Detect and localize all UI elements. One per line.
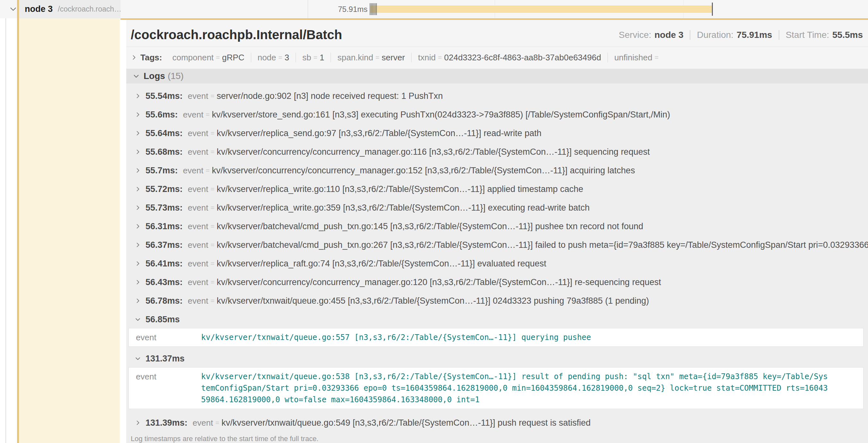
equals-sign: = — [438, 54, 442, 61]
chevron-down-icon[interactable] — [9, 5, 17, 13]
log-field-key: event — [129, 371, 201, 405]
chevron-right-icon — [134, 223, 141, 230]
log-timestamp: 55.73ms: — [146, 203, 183, 213]
log-message: kv/kvserver/replica_raft.go:74 [n3,s3,r6… — [217, 259, 868, 269]
log-entry-row[interactable]: 55.7ms:event=kv/kvserver/concurrency/con… — [126, 161, 868, 180]
log-timestamp: 55.68ms: — [146, 147, 183, 157]
equals-sign: = — [210, 241, 214, 249]
service-name: node 3 — [25, 4, 53, 14]
log-timestamp: 56.43ms: — [146, 277, 183, 287]
tag-item-txnid: txnid=024d3323-6c8f-4863-aa8b-37ab0e6349… — [411, 53, 608, 62]
log-entry-row[interactable]: 55.54ms:event=server/node.go:902 [n3] no… — [126, 87, 868, 105]
equals-sign: = — [210, 92, 214, 100]
equals-sign: = — [210, 223, 214, 230]
log-message: kv/kvserver/store_send.go:161 [n3,s3] ex… — [212, 110, 868, 120]
tag-key: component — [172, 53, 214, 63]
chevron-right-icon — [134, 204, 141, 211]
log-entry-row[interactable]: 56.37ms:event=kv/kvserver/batcheval/cmd_… — [126, 236, 868, 254]
log-entry-row[interactable]: 55.72ms:event=kv/kvserver/replica_write.… — [126, 180, 868, 198]
chevron-right-icon — [134, 260, 141, 267]
tag-item-unfinished: unfinished= — [608, 53, 667, 62]
tag-value: 1 — [320, 53, 324, 63]
meta-divider — [690, 30, 690, 40]
equals-sign: = — [206, 111, 210, 118]
tags-accordion[interactable]: Tags: component=gRPCnode=3sb=1span.kind=… — [126, 52, 868, 64]
equals-sign: = — [210, 204, 214, 211]
log-message: kv/kvserver/replica_write.go:110 [n3,s3,… — [217, 184, 868, 194]
span-detail-panel: /cockroach.roachpb.Internal/Batch Servic… — [126, 20, 868, 443]
log-timestamp: 55.54ms: — [146, 91, 183, 101]
log-entry-row[interactable]: 55.64ms:event=kv/kvserver/replica_send.g… — [126, 124, 868, 142]
log-timestamp: 55.7ms: — [146, 166, 178, 176]
log-message: kv/kvserver/replica_send.go:97 [n3,s3,r6… — [217, 128, 868, 138]
chevron-right-icon — [134, 93, 141, 99]
tag-key: sb — [302, 53, 311, 63]
log-message: kv/kvserver/batcheval/cmd_push_txn.go:14… — [217, 222, 868, 232]
log-entry-row[interactable]: 56.78ms:event=kv/kvserver/txnwait/queue.… — [126, 292, 868, 310]
log-field-key: event — [183, 110, 204, 120]
tag-value: 024d3323-6c8f-4863-aa8b-37ab0e63496d — [444, 53, 601, 63]
log-timestamp: 56.78ms: — [146, 296, 183, 306]
service-value: node 3 — [654, 30, 683, 40]
log-message: kv/kvserver/replica_write.go:359 [n3,s3,… — [217, 203, 868, 213]
log-field-key: event — [188, 277, 209, 287]
log-field-key: event — [183, 166, 204, 176]
equals-sign: = — [216, 54, 220, 61]
meta-divider — [779, 30, 779, 40]
tag-item-sb: sb=1 — [296, 53, 331, 62]
span-detail-header: /cockroach.roachpb.Internal/Batch Servic… — [126, 20, 868, 42]
tag-item-component: component=gRPC — [166, 53, 251, 62]
log-timestamp: 56.41ms: — [146, 259, 183, 269]
log-entry-detail-box: eventkv/kvserver/txnwait/queue.go:538 [n… — [128, 367, 864, 409]
tag-item-span.kind: span.kind=server — [331, 53, 411, 62]
log-entry-expanded-header[interactable]: 131.37ms — [126, 351, 868, 366]
log-timestamp: 131.37ms — [146, 354, 185, 364]
log-entry-row[interactable]: 55.6ms:event=kv/kvserver/store_send.go:1… — [126, 105, 868, 124]
tag-key: node — [258, 53, 276, 63]
log-entry-expanded-header[interactable]: 56.85ms — [126, 312, 868, 327]
tags-label: Tags: — [141, 53, 162, 63]
log-entry-row[interactable]: 131.39ms:event=kv/kvserver/txnwait/queue… — [126, 413, 868, 432]
log-entry-row[interactable]: 56.41ms:event=kv/kvserver/replica_raft.g… — [126, 254, 868, 273]
chevron-right-icon — [134, 186, 141, 192]
log-message: server/node.go:902 [n3] node received re… — [217, 91, 868, 101]
log-field-key: event — [188, 240, 209, 250]
log-field-key: event — [129, 332, 201, 343]
log-entry-row[interactable]: 56.43ms:event=kv/kvserver/concurrency/co… — [126, 273, 868, 292]
span-duration-label: 75.91ms — [308, 0, 368, 18]
span-bar[interactable] — [370, 5, 713, 13]
equals-sign: = — [210, 129, 214, 137]
span-row[interactable]: node 3 /cockroach.roach… 75.91ms — [0, 0, 868, 18]
tag-item-node: node=3 — [251, 53, 296, 62]
log-marker-tick — [371, 3, 372, 15]
operation-name: /cockroach.roach… — [58, 5, 121, 13]
tag-value: gRPC — [222, 53, 244, 63]
span-name-cell[interactable]: node 3 /cockroach.roach… — [17, 0, 121, 18]
equals-sign: = — [375, 54, 379, 61]
chevron-right-icon — [134, 298, 141, 304]
page-title: /cockroach.roachpb.Internal/Batch — [131, 28, 342, 42]
log-field-key: event — [188, 91, 209, 101]
log-timestamp: 56.37ms: — [146, 240, 183, 250]
log-field-key: event — [188, 128, 209, 138]
logs-accordion-header[interactable]: Logs (15) — [126, 69, 868, 83]
chevron-right-icon — [134, 279, 141, 285]
tags-list: component=gRPCnode=3sb=1span.kind=server… — [166, 53, 667, 62]
log-message: kv/kvserver/txnwait/queue.go:455 [n3,s3,… — [217, 296, 868, 306]
log-field-key: event — [188, 184, 209, 194]
duration-value: 75.91ms — [737, 30, 772, 40]
log-marker-tick — [375, 3, 375, 15]
log-entry-row[interactable]: 55.68ms:event=kv/kvserver/concurrency/co… — [126, 142, 868, 161]
log-entry-row[interactable]: 56.31ms:event=kv/kvserver/batcheval/cmd_… — [126, 217, 868, 236]
tag-key: txnid — [418, 53, 436, 63]
chevron-down-icon — [134, 316, 141, 322]
chevron-right-icon — [134, 149, 141, 155]
log-entry-row[interactable]: 55.73ms:event=kv/kvserver/replica_write.… — [126, 198, 868, 217]
log-field-key: event — [188, 222, 209, 232]
duration-label: Duration: — [697, 30, 734, 40]
tag-value: 3 — [285, 53, 289, 63]
equals-sign: = — [313, 54, 317, 61]
log-message: kv/kvserver/batcheval/cmd_push_txn.go:26… — [217, 240, 868, 250]
logs-count: (15) — [168, 71, 184, 81]
log-field-key: event — [188, 259, 209, 269]
